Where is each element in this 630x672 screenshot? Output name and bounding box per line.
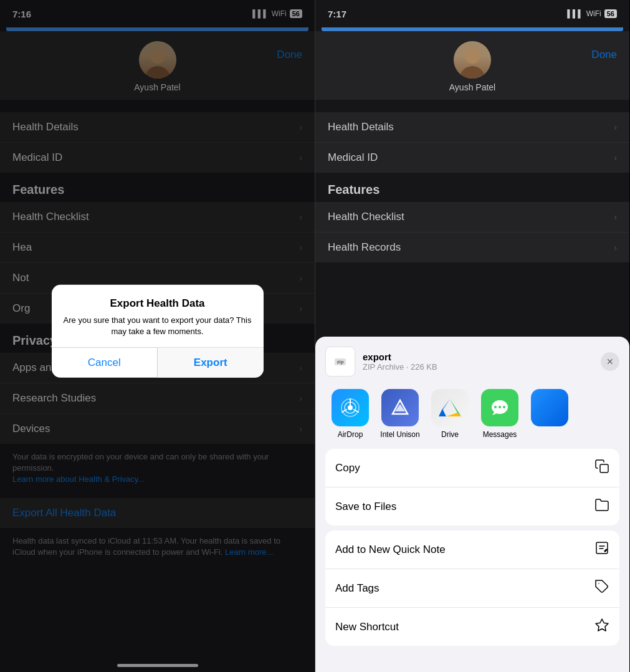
- svg-point-2: [348, 405, 353, 410]
- share-file-name: export: [363, 352, 601, 362]
- add-tags-action[interactable]: Add Tags: [325, 569, 619, 608]
- messages-icon: [481, 389, 518, 426]
- share-actions-secondary: Add to New Quick Note Add Tags: [325, 530, 619, 646]
- svg-rect-19: [600, 464, 608, 473]
- zip-icon: zip: [325, 347, 355, 377]
- quick-note-label: Add to New Quick Note: [335, 544, 446, 556]
- new-shortcut-action[interactable]: New Shortcut: [325, 608, 619, 646]
- copy-label: Copy: [335, 462, 360, 474]
- drive-icon: [431, 389, 469, 426]
- zip-label: zip: [335, 358, 345, 365]
- save-files-label: Save to Files: [335, 501, 396, 513]
- dialog-message: Are you sure that you want to export you…: [62, 315, 254, 337]
- share-file-meta: ZIP Archive · 226 KB: [363, 362, 601, 372]
- add-tags-label: Add Tags: [335, 582, 379, 595]
- tag-icon: [594, 579, 609, 597]
- airdrop-svg: [339, 396, 361, 419]
- share-actions-primary: Copy Save to Files: [325, 449, 619, 526]
- export-dialog: Export Health Data Are you sure that you…: [52, 285, 264, 378]
- quick-note-icon: [594, 540, 609, 559]
- dialog-content: Export Health Data Are you sure that you…: [52, 285, 264, 337]
- partial-app-icon: [531, 389, 568, 426]
- share-close-button[interactable]: ✕: [601, 352, 619, 371]
- svg-point-18: [503, 406, 505, 408]
- folder-icon: [594, 497, 609, 516]
- svg-point-16: [494, 406, 497, 408]
- right-phone: 7:17 ▌▌▌ WiFi 56 Ayush Patel Done Health…: [315, 0, 629, 672]
- copy-icon: [594, 459, 609, 477]
- share-sheet: zip export ZIP Archive · 226 KB ✕: [315, 337, 629, 672]
- airdrop-app[interactable]: AirDrop: [325, 389, 375, 439]
- left-phone: 7:16 ▌▌▌ WiFi 56 Ayush Patel Done Health…: [0, 0, 315, 672]
- svg-point-17: [499, 406, 501, 408]
- messages-label: Messages: [483, 430, 517, 439]
- save-files-action[interactable]: Save to Files: [325, 487, 619, 526]
- export-button[interactable]: Export: [157, 348, 264, 378]
- messages-svg: [489, 396, 511, 419]
- messages-app[interactable]: Messages: [475, 389, 525, 439]
- drive-svg: [437, 396, 462, 419]
- more-app[interactable]: [525, 389, 575, 439]
- dialog-title: Export Health Data: [62, 297, 254, 310]
- share-apps-row: AirDrop Intel Unison: [315, 384, 629, 449]
- unison-app[interactable]: Intel Unison: [375, 389, 425, 439]
- copy-action[interactable]: Copy: [325, 449, 619, 487]
- drive-app[interactable]: Drive: [425, 389, 475, 439]
- svg-marker-24: [596, 619, 608, 631]
- unison-svg: [389, 396, 411, 419]
- unison-label: Intel Unison: [380, 430, 419, 439]
- dialog-buttons: Cancel Export: [52, 347, 264, 378]
- quick-note-action[interactable]: Add to New Quick Note: [325, 530, 619, 569]
- share-file-header: zip export ZIP Archive · 226 KB ✕: [315, 337, 629, 384]
- airdrop-icon: [332, 389, 369, 426]
- share-file-info: export ZIP Archive · 226 KB: [363, 352, 601, 372]
- unison-icon: [381, 389, 419, 426]
- cancel-button[interactable]: Cancel: [52, 348, 158, 378]
- shortcut-icon: [594, 618, 609, 636]
- drive-label: Drive: [441, 430, 459, 439]
- new-shortcut-label: New Shortcut: [335, 621, 399, 633]
- airdrop-label: AirDrop: [338, 430, 363, 439]
- svg-rect-20: [596, 542, 608, 554]
